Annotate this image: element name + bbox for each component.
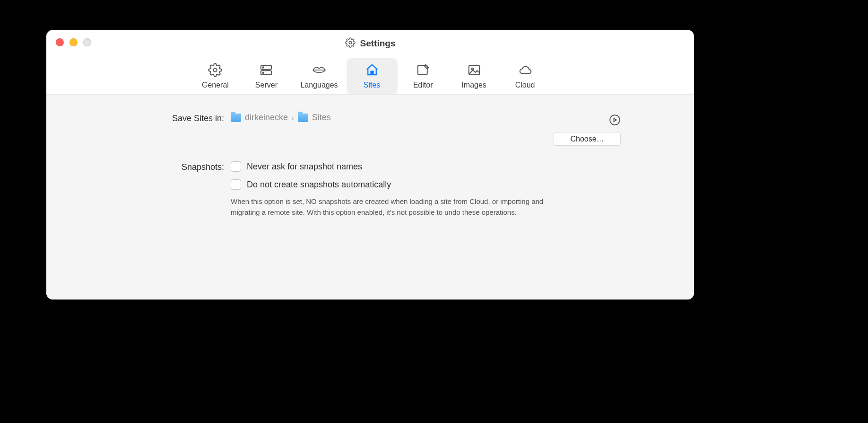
tab-label: General: [202, 81, 229, 89]
save-path-breadcrumb[interactable]: dirkeinecke › Sites: [231, 113, 675, 123]
svg-point-4: [263, 67, 264, 68]
editor-icon: [416, 63, 430, 77]
gear-icon: [345, 37, 356, 50]
no-auto-label[interactable]: Do not create snapshots automatically: [247, 180, 391, 190]
never-ask-checkbox[interactable]: [231, 161, 241, 172]
server-icon: [259, 63, 273, 77]
settings-window: Settings General Server: [46, 30, 694, 300]
svg-rect-7: [417, 65, 427, 75]
never-ask-checkbox-row: Never ask for snapshot names: [231, 161, 675, 172]
tab-label: Languages: [300, 81, 338, 89]
lips-icon: [312, 63, 326, 77]
cloud-icon: [518, 63, 532, 77]
tab-general[interactable]: General: [190, 58, 241, 94]
tab-server[interactable]: Server: [241, 58, 292, 94]
titlebar: Settings: [46, 30, 694, 53]
folder-icon: [298, 114, 308, 122]
preferences-toolbar: General Server Languages: [46, 53, 694, 94]
save-sites-row: Save Sites in: dirkeinecke › Sites: [46, 113, 694, 124]
no-auto-checkbox-row: Do not create snapshots automatically: [231, 179, 675, 190]
tab-images[interactable]: Images: [449, 58, 500, 94]
svg-point-5: [263, 72, 264, 73]
path-segment-current: Sites: [312, 113, 331, 123]
window-title-text: Settings: [360, 38, 396, 49]
choose-button[interactable]: Choose…: [554, 132, 621, 146]
svg-rect-6: [371, 71, 373, 75]
choose-button-label: Choose…: [570, 135, 604, 143]
never-ask-label[interactable]: Never ask for snapshot names: [247, 162, 362, 172]
save-sites-label: Save Sites in:: [46, 113, 231, 124]
tab-editor[interactable]: Editor: [398, 58, 449, 94]
tab-languages[interactable]: Languages: [292, 58, 346, 94]
sites-pane: Save Sites in: dirkeinecke › Sites Choos…: [46, 94, 694, 300]
svg-rect-8: [469, 65, 479, 75]
zoom-window-button[interactable]: [83, 38, 91, 46]
no-auto-checkbox[interactable]: [231, 179, 241, 190]
minimize-window-button[interactable]: [69, 38, 78, 46]
image-icon: [467, 63, 481, 77]
snapshots-help-text: When this option is set, NO snapshots ar…: [231, 196, 552, 218]
path-segment-parent: dirkeinecke: [245, 113, 288, 123]
divider: [61, 147, 680, 147]
home-icon: [365, 63, 379, 77]
folder-icon: [231, 114, 241, 122]
window-title: Settings: [345, 33, 396, 50]
close-window-button[interactable]: [56, 38, 64, 46]
tab-label: Images: [461, 81, 486, 89]
svg-point-0: [349, 41, 352, 44]
reveal-in-finder-button[interactable]: [609, 114, 621, 128]
snapshots-label: Snapshots:: [46, 161, 231, 173]
tab-label: Cloud: [515, 81, 535, 89]
tab-cloud[interactable]: Cloud: [500, 58, 551, 94]
tab-sites[interactable]: Sites: [347, 58, 398, 94]
tab-label: Sites: [364, 81, 381, 89]
snapshots-row: Snapshots: Never ask for snapshot names …: [46, 161, 694, 218]
chevron-right-icon: ›: [292, 114, 294, 122]
svg-point-1: [214, 68, 217, 72]
tab-label: Editor: [413, 81, 433, 89]
tab-label: Server: [255, 81, 278, 89]
window-controls: [56, 38, 91, 46]
gear-icon: [208, 63, 222, 77]
